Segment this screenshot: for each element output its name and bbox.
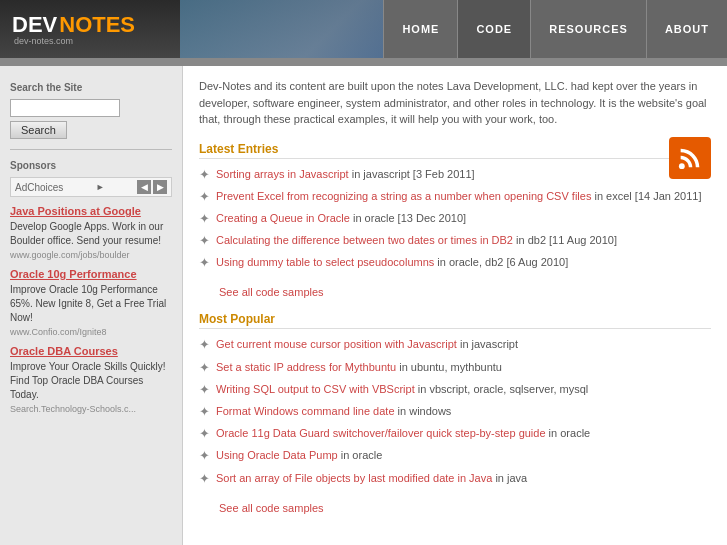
bullet-icon: ✦ (199, 210, 210, 228)
bullet-icon: ✦ (199, 447, 210, 465)
entry-meta: in windows (395, 405, 452, 417)
entry-content: Format Windows command line date in wind… (216, 404, 451, 419)
entry-content: Set a static IP address for Mythbuntu in… (216, 360, 502, 375)
logo-dev: DEV (12, 12, 57, 38)
entry-meta: in javascript [3 Feb 2011] (349, 168, 475, 180)
see-all-popular[interactable]: See all code samples (219, 502, 324, 514)
entry-link[interactable]: Using Oracle Data Pump (216, 449, 338, 461)
list-item: ✦ Using Oracle Data Pump in oracle (199, 448, 711, 465)
logo-area: DEV NOTES dev-notes.com (0, 4, 180, 54)
ad-choices-label: AdChoices (15, 182, 63, 193)
entry-content: Get current mouse cursor position with J… (216, 337, 518, 352)
list-item: ✦ Creating a Queue in Oracle in oracle [… (199, 211, 711, 228)
popular-entries-list: ✦ Get current mouse cursor position with… (199, 337, 711, 487)
entry-meta: in java (492, 472, 527, 484)
bullet-icon: ✦ (199, 166, 210, 184)
bullet-icon: ✦ (199, 425, 210, 443)
entry-link[interactable]: Using dummy table to select pseudocolumn… (216, 256, 434, 268)
bullet-icon: ✦ (199, 381, 210, 399)
bullet-icon: ✦ (199, 470, 210, 488)
svg-point-0 (679, 163, 685, 169)
logo: DEV NOTES (12, 12, 135, 38)
nav: HOME CODE RESOURCES ABOUT (383, 0, 727, 58)
entry-meta: in oracle [13 Dec 2010] (350, 212, 466, 224)
entry-meta: in oracle (546, 427, 591, 439)
sponsor-text-1: Develop Google Apps. Work in our Boulder… (10, 220, 172, 248)
sponsor-link-1[interactable]: Java Positions at Google (10, 205, 172, 217)
list-item: ✦ Prevent Excel from recognizing a strin… (199, 189, 711, 206)
sponsor-link-3[interactable]: Oracle DBA Courses (10, 345, 172, 357)
list-item: ✦ Sorting arrays in Javascript in javasc… (199, 167, 659, 184)
search-button[interactable]: Search (10, 121, 67, 139)
entry-content: Prevent Excel from recognizing a string … (216, 189, 702, 204)
search-title: Search the Site (10, 82, 172, 93)
ad-choices-triangle: ► (96, 182, 105, 192)
sponsors-title: Sponsors (10, 160, 172, 171)
rss-svg (676, 144, 704, 172)
latest-entries-list: ✦ Sorting arrays in Javascript in javasc… (199, 167, 711, 273)
ad-choices-bar: AdChoices ► ◀ ▶ (10, 177, 172, 197)
entry-content: Oracle 11g Data Guard switchover/failove… (216, 426, 590, 441)
entry-link[interactable]: Calculating the difference between two d… (216, 234, 513, 246)
search-input[interactable] (10, 99, 120, 117)
rss-icon[interactable] (669, 137, 711, 179)
sponsor-link-2[interactable]: Oracle 10g Performance (10, 268, 172, 280)
most-popular-title: Most Popular (199, 312, 711, 329)
bullet-icon: ✦ (199, 232, 210, 250)
list-item: ✦ Oracle 11g Data Guard switchover/failo… (199, 426, 711, 443)
sidebar: Search the Site Search Sponsors AdChoice… (0, 66, 183, 545)
bullet-icon: ✦ (199, 336, 210, 354)
ad-prev-button[interactable]: ◀ (137, 180, 151, 194)
list-item: ✦ Calculating the difference between two… (199, 233, 711, 250)
nav-resources[interactable]: RESOURCES (530, 0, 646, 58)
entry-content: Sorting arrays in Javascript in javascri… (216, 167, 475, 182)
entry-content: Sort an array of File objects by last mo… (216, 471, 527, 486)
sponsor-text-2: Improve Oracle 10g Performance 65%. New … (10, 283, 172, 325)
latest-entries-title: Latest Entries (199, 142, 711, 159)
entry-link[interactable]: Get current mouse cursor position with J… (216, 338, 457, 350)
entry-link[interactable]: Format Windows command line date (216, 405, 395, 417)
ad-next-button[interactable]: ▶ (153, 180, 167, 194)
entry-meta: in excel [14 Jan 2011] (591, 190, 701, 202)
bullet-icon: ✦ (199, 403, 210, 421)
main-content: Dev-Notes and its content are built upon… (183, 66, 727, 545)
nav-code[interactable]: CODE (457, 0, 530, 58)
entry-meta: in vbscript, oracle, sqlserver, mysql (415, 383, 589, 395)
list-item: ✦ Format Windows command line date in wi… (199, 404, 711, 421)
entry-link[interactable]: Prevent Excel from recognizing a string … (216, 190, 591, 202)
entry-content: Creating a Queue in Oracle in oracle [13… (216, 211, 466, 226)
list-item: ✦ Get current mouse cursor position with… (199, 337, 711, 354)
entry-content: Writing SQL output to CSV with VBScript … (216, 382, 588, 397)
bullet-icon: ✦ (199, 254, 210, 272)
entry-link[interactable]: Set a static IP address for Mythbuntu (216, 361, 396, 373)
sponsor-url-1: www.google.com/jobs/boulder (10, 250, 172, 260)
header: DEV NOTES dev-notes.com HOME CODE RESOUR… (0, 0, 727, 58)
entry-content: Using dummy table to select pseudocolumn… (216, 255, 568, 270)
ad-nav-buttons: ◀ ▶ (137, 180, 167, 194)
sidebar-divider-1 (10, 149, 172, 150)
entry-content: Calculating the difference between two d… (216, 233, 617, 248)
entry-meta: in db2 [11 Aug 2010] (513, 234, 617, 246)
nav-about[interactable]: ABOUT (646, 0, 727, 58)
entry-meta: in javascript (457, 338, 518, 350)
entry-meta: in oracle (338, 449, 383, 461)
list-item: ✦ Writing SQL output to CSV with VBScrip… (199, 382, 711, 399)
list-item: ✦ Set a static IP address for Mythbuntu … (199, 360, 711, 377)
nav-home[interactable]: HOME (383, 0, 457, 58)
see-all-latest[interactable]: See all code samples (219, 286, 324, 298)
entry-link[interactable]: Creating a Queue in Oracle (216, 212, 350, 224)
entry-link[interactable]: Sort an array of File objects by last mo… (216, 472, 492, 484)
entry-link[interactable]: Sorting arrays in Javascript (216, 168, 349, 180)
bullet-icon: ✦ (199, 188, 210, 206)
subheader-bar (0, 58, 727, 66)
intro-paragraph: Dev-Notes and its content are built upon… (199, 78, 711, 128)
entry-meta: in oracle, db2 [6 Aug 2010] (434, 256, 568, 268)
layout: Search the Site Search Sponsors AdChoice… (0, 66, 727, 545)
entry-meta: in ubuntu, mythbuntu (396, 361, 502, 373)
entry-link[interactable]: Writing SQL output to CSV with VBScript (216, 383, 415, 395)
list-item: ✦ Sort an array of File objects by last … (199, 471, 711, 488)
entry-link[interactable]: Oracle 11g Data Guard switchover/failove… (216, 427, 546, 439)
sponsor-url-3: Search.Technology-Schools.c... (10, 404, 172, 414)
bullet-icon: ✦ (199, 359, 210, 377)
entry-content: Using Oracle Data Pump in oracle (216, 448, 382, 463)
